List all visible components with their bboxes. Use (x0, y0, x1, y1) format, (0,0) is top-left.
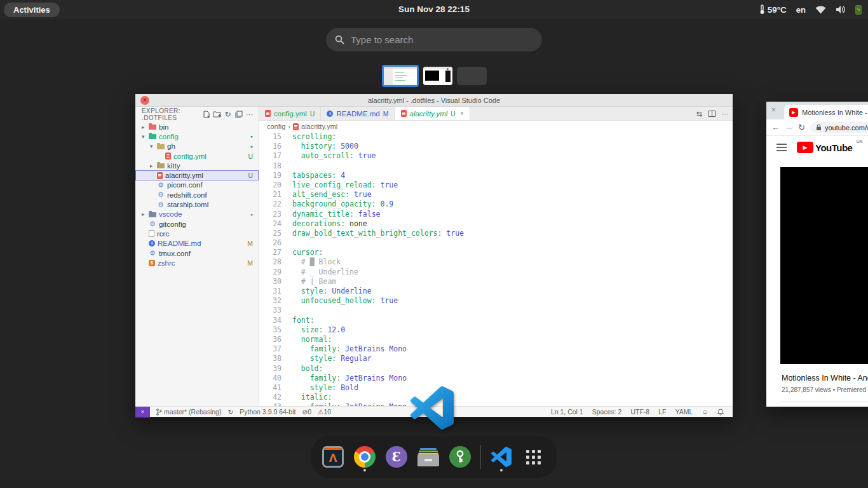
status-item-sync[interactable]: ↻ (227, 408, 233, 416)
breadcrumb-file[interactable]: alacritty.yml (301, 123, 337, 130)
explorer-item-alacritty.yml[interactable]: alacritty.ymlU (135, 170, 259, 180)
explorer-item-redshift.conf[interactable]: ⚙redshift.conf (135, 190, 259, 200)
dock-icon-files[interactable] (417, 444, 440, 470)
code-line-36[interactable]: 36 normal: (259, 335, 733, 344)
split-editor-icon[interactable] (709, 111, 715, 117)
editor-tab-alacritty.yml[interactable]: alacritty.ymlU× (395, 107, 470, 120)
dock-icon-emacs[interactable]: Ɛ (385, 444, 408, 470)
browser-tab[interactable]: ▶ Motionless In White - A (784, 105, 868, 119)
more-actions-icon[interactable]: ··· (244, 109, 255, 120)
status-item-master* (Rebasing)[interactable]: master* (Rebasing) (156, 408, 221, 416)
explorer-item-config.yml[interactable]: config.ymlU (135, 151, 259, 161)
status-item-Spaces: 2[interactable]: Spaces: 2 (592, 408, 622, 416)
code-line-38[interactable]: 38 style: Regular (259, 354, 733, 363)
editor-more-actions-icon[interactable]: ··· (722, 110, 729, 118)
video-player[interactable] (780, 167, 868, 364)
status-item-Ln 1, Col 1[interactable]: Ln 1, Col 1 (551, 408, 583, 416)
breadcrumb-folder[interactable]: config (267, 123, 285, 130)
explorer-item-bin[interactable]: ▸bin (135, 122, 259, 132)
explorer-item-README.md[interactable]: iREADME.mdM (135, 239, 259, 248)
remote-indicator[interactable]: × (135, 407, 150, 417)
refresh-icon[interactable]: ↻ (222, 109, 233, 120)
breadcrumb[interactable]: config › alacritty.yml (259, 121, 733, 132)
reload-button[interactable]: ↻ (798, 123, 805, 132)
code-line-22[interactable]: 22background_opacity: 0.9 (259, 200, 733, 209)
code-line-41[interactable]: 41 style: Bold (259, 383, 733, 393)
code-line-30[interactable]: 30 # | Beam (259, 277, 733, 287)
explorer-item-picom.conf[interactable]: ⚙picom.conf (135, 180, 259, 190)
dock-icon-chrome[interactable] (353, 444, 376, 470)
clock[interactable]: Sun Nov 28 22:15 (0, 0, 868, 19)
twistie-icon[interactable]: ▸ (142, 211, 149, 217)
code-line-18[interactable]: 18 (259, 161, 733, 171)
code-line-16[interactable]: 16 history: 5000 (259, 142, 733, 151)
code-line-19[interactable]: 19tabspaces: 4 (259, 171, 733, 180)
dock-icon-vscode[interactable] (490, 444, 513, 470)
code-line-32[interactable]: 32 unfocused_hollow: true (259, 296, 733, 306)
forward-button[interactable]: → (785, 123, 793, 132)
code-line-40[interactable]: 40 family: JetBrains Mono (259, 374, 733, 383)
twistie-icon[interactable]: ▾ (142, 133, 149, 140)
explorer-item-vscode[interactable]: ▸vscode● (135, 210, 259, 219)
status-item-UTF-8[interactable]: UTF-8 (630, 408, 649, 416)
status-item-bell[interactable] (717, 409, 724, 416)
code-line-34[interactable]: 34font: (259, 316, 733, 325)
tab-close-icon[interactable]: × (460, 110, 464, 117)
tab-close-icon[interactable]: × (771, 105, 776, 114)
code-line-27[interactable]: 27cursor: (259, 248, 733, 257)
system-indicators[interactable]: 59°C en ϟ (759, 0, 862, 19)
status-item-10[interactable]: ⚠10 (318, 408, 331, 416)
open-changes-icon[interactable]: ⇆ (696, 110, 702, 118)
editor-tab-README.md[interactable]: iREADME.mdM (321, 107, 395, 120)
dock-icon-app-grid[interactable] (522, 444, 545, 470)
code-line-21[interactable]: 21alt_send_esc: true (259, 190, 733, 200)
workspace-thumbnail-browser[interactable] (423, 67, 452, 85)
code-line-17[interactable]: 17 auto_scroll: true (259, 151, 733, 161)
status-item-LF[interactable]: LF (658, 408, 666, 416)
status-item-0[interactable]: ⊘0 (302, 408, 311, 416)
code-line-29[interactable]: 29 # _ Underline (259, 268, 733, 277)
workspace-thumbnail-active[interactable] (382, 65, 419, 87)
explorer-item-kitty[interactable]: ▸kitty (135, 161, 259, 170)
code-line-28[interactable]: 28 # █ Block (259, 257, 733, 267)
new-file-icon[interactable] (201, 109, 212, 120)
new-folder-icon[interactable] (212, 109, 222, 120)
collapse-folders-icon[interactable] (233, 109, 244, 120)
code-line-35[interactable]: 35 size: 12.0 (259, 325, 733, 335)
dock-icon-keepass[interactable] (449, 444, 471, 470)
menu-icon[interactable] (776, 144, 787, 151)
keyboard-layout[interactable]: en (796, 5, 806, 15)
explorer-item-tmux.conf[interactable]: ⚙tmux.conf (135, 248, 259, 258)
status-item-Python 3.9.9 64-bit[interactable]: Python 3.9.9 64-bit (240, 408, 295, 416)
dock-icon-alacritty[interactable]: Λ (322, 444, 344, 470)
code-line-23[interactable]: 23dynamic_title: false (259, 210, 733, 219)
twistie-icon[interactable]: ▾ (150, 143, 157, 149)
overview-search-bar[interactable]: Type to search (326, 28, 542, 51)
explorer-item-rcrc[interactable]: rcrc (135, 229, 259, 238)
editor-tab-config.yml[interactable]: config.ymlU (259, 107, 321, 120)
back-button[interactable]: ← (771, 123, 780, 132)
status-item-YAML[interactable]: YAML (675, 408, 693, 416)
explorer-item-zshrc[interactable]: $zshrcM (135, 258, 259, 268)
code-line-31[interactable]: 31 style: Underline (259, 287, 733, 296)
address-bar[interactable]: youtube.com/wa (810, 122, 868, 133)
youtube-logo[interactable]: ▶ YouTube UA (797, 142, 852, 153)
twistie-icon[interactable]: ▸ (142, 124, 149, 130)
twistie-icon[interactable]: ▸ (150, 163, 157, 169)
vscode-app-icon-badge[interactable] (410, 386, 454, 430)
explorer-item-starship.toml[interactable]: ⚙starship.toml (135, 200, 259, 209)
code-line-39[interactable]: 39 bold: (259, 364, 733, 374)
workspace-thumbnail-empty[interactable] (457, 67, 487, 85)
explorer-item-config[interactable]: ▾config● (135, 132, 259, 141)
code-line-42[interactable]: 42 italic: (259, 393, 733, 402)
explorer-item-gitconfig[interactable]: ⚙gitconfig (135, 219, 259, 229)
code-line-25[interactable]: 25draw_bold_text_with_bright_colors: tru… (259, 229, 733, 238)
code-line-20[interactable]: 20live_config_reload: true (259, 180, 733, 190)
code-line-26[interactable]: 26 (259, 238, 733, 248)
code-line-15[interactable]: 15scrolling: (259, 132, 733, 142)
code-line-33[interactable]: 33 (259, 306, 733, 315)
chrome-window[interactable]: × ▶ Motionless In White - A ← → ↻ youtub… (766, 102, 868, 407)
explorer-item-gh[interactable]: ▾gh● (135, 142, 259, 151)
status-item-feedback[interactable]: ☺ (702, 408, 709, 416)
vscode-window[interactable]: × alacritty.yml - .dotfiles - Visual Stu… (135, 94, 733, 417)
